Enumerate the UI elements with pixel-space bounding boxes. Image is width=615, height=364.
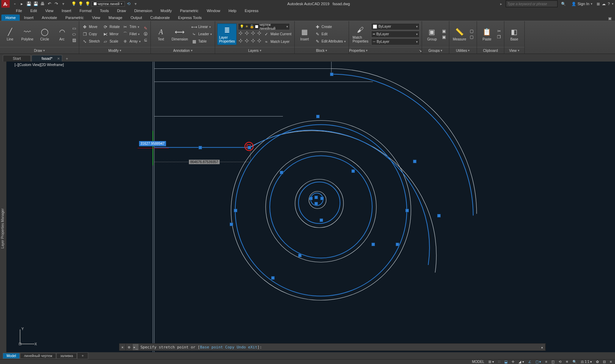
sb-snap-icon[interactable]: ∷ — [497, 360, 501, 364]
grip[interactable] — [371, 243, 375, 246]
grip[interactable] — [248, 146, 251, 149]
grip[interactable] — [309, 197, 313, 200]
grip[interactable] — [280, 171, 283, 174]
move-button[interactable]: ✥Move — [81, 24, 101, 30]
leader-button[interactable]: ⤷Leader ▾ — [191, 31, 213, 38]
grip[interactable] — [396, 243, 399, 246]
sb-polar-icon[interactable]: ✛ — [511, 360, 515, 364]
grip[interactable] — [234, 209, 237, 212]
offset-icon[interactable]: ⊆ — [143, 37, 148, 43]
sb-lwt-icon[interactable]: ≡ — [544, 360, 548, 364]
menu-view[interactable]: View — [41, 8, 58, 13]
ellipse-icon[interactable]: ⬭ — [71, 31, 77, 37]
sb-gear-icon[interactable]: ✿ — [595, 360, 600, 364]
grip[interactable] — [314, 202, 318, 205]
filetab-start[interactable]: Start — [3, 55, 31, 62]
grip[interactable] — [330, 73, 333, 76]
menu-tools[interactable]: Tools — [96, 8, 113, 13]
panel-block-title[interactable]: Block ▾ — [295, 47, 349, 54]
edit-attributes-button[interactable]: ✎Edit Attributes ▾ — [314, 38, 347, 45]
grip[interactable] — [298, 254, 302, 257]
layer-tool4-icon[interactable]: ⯎ — [257, 31, 262, 36]
menu-file[interactable]: File — [12, 8, 26, 13]
trim-button[interactable]: ✂Trim ▾ — [122, 24, 141, 30]
qat-bulb3-icon[interactable]: 💡 — [84, 1, 91, 7]
layer-tool7-icon[interactable]: ⯎ — [250, 38, 256, 44]
polyline-button[interactable]: 〰Polyline — [19, 26, 35, 42]
qat-saveas-icon[interactable]: 💾 — [33, 1, 39, 7]
modeltab-layout1[interactable]: линейный чертеж — [20, 353, 56, 359]
linear-button[interactable]: ⟷Linear ▾ — [191, 24, 213, 30]
cmd-config-icon[interactable]: ⚙ — [126, 344, 132, 350]
grip[interactable] — [316, 115, 320, 118]
qat-bulb1-icon[interactable]: 💡 — [71, 1, 77, 7]
menu-window[interactable]: Window — [203, 8, 224, 13]
match-properties-button[interactable]: 🖌Match Properties — [351, 25, 370, 44]
qat-new-icon[interactable]: ▫ — [12, 1, 18, 7]
sb-iso-icon[interactable]: ◢ ▾ — [517, 360, 525, 364]
tab-insert[interactable]: Insert — [20, 15, 38, 21]
group-button[interactable]: ▣Group — [424, 26, 440, 42]
sb-annoscale-icon[interactable]: 🔍 — [571, 360, 578, 364]
tab-expresstools[interactable]: Express Tools — [174, 15, 206, 21]
base-button[interactable]: ◧Base — [506, 26, 522, 42]
menu-format[interactable]: Format — [75, 8, 96, 13]
panel-clipboard-title[interactable]: Clipboard — [477, 47, 504, 54]
layer-tool6-icon[interactable]: ⯎ — [244, 38, 250, 44]
layer-tool5-icon[interactable]: ⯎ — [238, 38, 244, 44]
text-button[interactable]: AText — [153, 26, 169, 42]
cmd-close-icon[interactable]: ✕ — [119, 344, 126, 350]
menu-edit[interactable]: Edit — [26, 8, 41, 13]
panel-view-title[interactable]: View ▾ — [504, 47, 524, 54]
qat-tail-icon[interactable]: ▾ — [132, 1, 139, 7]
scale-button[interactable]: ▱Scale — [102, 38, 120, 45]
exchange-icon[interactable]: ⊞ — [597, 2, 600, 6]
qat-open-icon[interactable]: ▸ — [19, 1, 25, 7]
filetab-add[interactable]: ＋ — [63, 55, 71, 62]
search-input[interactable] — [506, 0, 558, 7]
menu-modify[interactable]: Modify — [156, 8, 176, 13]
qat-bulb2-icon[interactable]: 💡 — [77, 1, 84, 7]
help-dd-icon[interactable]: ▾ — [612, 2, 614, 6]
sb-menu-icon[interactable]: ≡ — [609, 360, 613, 364]
grip[interactable] — [314, 196, 318, 199]
util-tool1-icon[interactable]: ▢ — [469, 28, 475, 34]
dimension-button[interactable]: ⟷Dimension — [170, 26, 189, 42]
layer-combo[interactable]: 💡 ☀ 🔓 чертеж линейный ▾ — [238, 23, 290, 30]
match-layer-button[interactable]: ≈Match Layer — [263, 38, 290, 45]
menu-parametric[interactable]: Parametric — [176, 8, 202, 13]
panel-utilities-title[interactable]: Utilities ▾ — [449, 47, 477, 54]
modeltab-layout2[interactable]: заливка — [56, 353, 77, 359]
lineweight-combo[interactable]: ━ByLayer▾ — [371, 31, 420, 38]
mirror-button[interactable]: ⧔Mirror — [102, 31, 120, 38]
commandline[interactable]: ✕ ⚙ ▸_ Specify stretch point or [Base po… — [119, 343, 546, 351]
cmd-history-icon[interactable]: ▴ — [539, 344, 545, 350]
create-button[interactable]: ✚Create — [314, 24, 347, 30]
menu-draw[interactable]: Draw — [113, 8, 130, 13]
search-icon[interactable]: 🔍 — [560, 2, 567, 6]
tab-parametric[interactable]: Parametric — [61, 15, 88, 21]
sb-anno-icon[interactable]: ✳ — [564, 360, 569, 364]
layer-tool3-icon[interactable]: ⯎ — [250, 31, 256, 36]
stretch-button[interactable]: ⤡Stretch — [81, 38, 101, 45]
fillet-button[interactable]: ⌒Fillet ▾ — [122, 31, 141, 38]
group-tool2-icon[interactable]: ▣ — [441, 34, 447, 40]
linetype-combo[interactable]: ─ByLayer▾ — [371, 38, 420, 45]
qat-undo-icon[interactable]: ↶ — [46, 1, 53, 7]
menu-express[interactable]: Express — [240, 8, 263, 13]
rect-icon[interactable]: ▭ — [71, 26, 77, 31]
layer-properties-manager-palette[interactable]: Layer Properties Manager — [0, 62, 7, 352]
tab-manage[interactable]: Manage — [104, 15, 127, 21]
props-launcher-icon[interactable]: ↘ — [419, 49, 422, 53]
panel-draw-title[interactable]: Draw ▾ — [0, 47, 79, 54]
util-tool2-icon[interactable]: ▢ — [469, 34, 475, 40]
viewport[interactable]: Layer Properties Manager [–][Custom View… — [0, 62, 615, 352]
grip[interactable] — [199, 146, 202, 149]
tab-annotate[interactable]: Annotate — [38, 15, 61, 21]
grip[interactable] — [320, 197, 324, 200]
group-tool1-icon[interactable]: ▣ — [441, 28, 447, 34]
app-logo[interactable]: A. — [1, 0, 10, 8]
paste-button[interactable]: 📋Paste — [479, 26, 495, 42]
line-button[interactable]: ╱Line — [2, 26, 18, 42]
grip[interactable] — [230, 223, 233, 226]
